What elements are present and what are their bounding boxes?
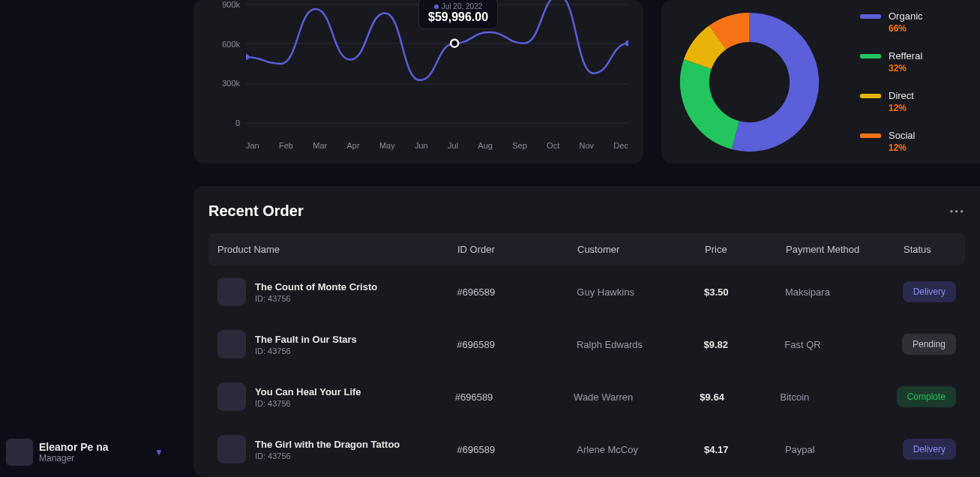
- table-head: Product Name ID Order Customer Price Pay…: [208, 233, 965, 266]
- table-row[interactable]: The Count of Monte CristoID: 43756#69658…: [208, 266, 965, 318]
- donut-chart-card: Organic66%Refferal32%Direct12%Social12%: [661, 0, 980, 164]
- legend-swatch: [860, 14, 881, 19]
- user-info: Eleanor Pe na Manager: [39, 441, 148, 464]
- table-row[interactable]: The Girl with the Dragon TattooID: 43756…: [208, 423, 965, 476]
- more-icon[interactable]: ●●●: [950, 208, 966, 214]
- svg-point-5: [451, 40, 458, 47]
- legend-item: Direct12%: [860, 90, 923, 113]
- sidebar: Eleanor Pe na Manager ▼: [0, 0, 172, 477]
- legend-item: Social12%: [860, 130, 923, 153]
- donut-chart-svg: [676, 9, 823, 155]
- product-thumbnail: [217, 330, 246, 358]
- user-name: Eleanor Pe na: [39, 441, 148, 453]
- legend-swatch: [860, 134, 881, 138]
- table-row[interactable]: You Can Heal Your LifeID: 43756#696589Wa…: [208, 370, 965, 423]
- x-axis: JanFebMarAprMayJunJulAugSepOctNovDec: [246, 141, 628, 150]
- main-content: 900k 600k 300k 0 Jul 20, 2022 $59,996.00…: [172, 0, 980, 477]
- table-row[interactable]: The Fault in Our StarsID: 43756#696589Ra…: [208, 318, 965, 370]
- legend-item: Refferal32%: [860, 50, 923, 74]
- legend-swatch: [860, 94, 881, 98]
- legend-item: Organic66%: [860, 10, 923, 34]
- legend-swatch: [860, 54, 881, 58]
- user-role: Manager: [39, 453, 148, 464]
- svg-point-6: [625, 40, 628, 46]
- product-thumbnail: [217, 382, 246, 411]
- chevron-down-icon[interactable]: ▼: [154, 447, 163, 458]
- avatar: [6, 439, 33, 466]
- table-body: The Count of Monte CristoID: 43756#69658…: [208, 266, 965, 476]
- table-title: Recent Order: [208, 202, 304, 220]
- line-chart-card: 900k 600k 300k 0 Jul 20, 2022 $59,996.00…: [193, 0, 643, 164]
- product-thumbnail: [217, 278, 246, 306]
- recent-order-card: Recent Order ●●● Product Name ID Order C…: [193, 186, 980, 477]
- donut-legend: Organic66%Refferal32%Direct12%Social12%: [860, 10, 923, 153]
- y-axis: 900k 600k 300k 0: [208, 0, 240, 128]
- status-badge: Delivery: [903, 439, 956, 460]
- product-thumbnail: [217, 435, 246, 464]
- svg-point-4: [246, 54, 249, 60]
- chart-tooltip: Jul 20, 2022 $59,996.00: [418, 0, 498, 29]
- status-badge: Complote: [897, 386, 956, 407]
- status-badge: Delivery: [903, 281, 956, 302]
- tooltip-dot-icon: [434, 4, 439, 9]
- user-profile[interactable]: Eleanor Pe na Manager ▼: [6, 439, 163, 466]
- status-badge: Pending: [902, 334, 956, 355]
